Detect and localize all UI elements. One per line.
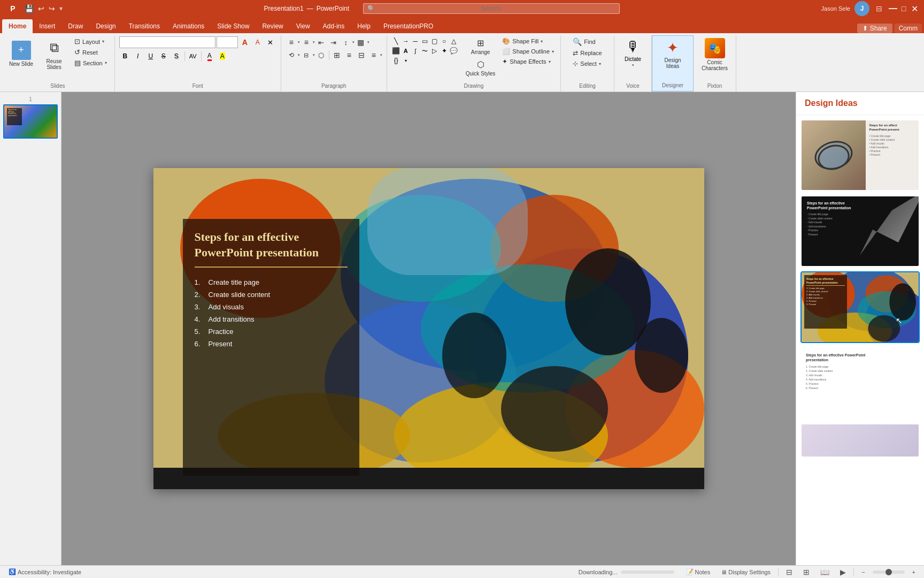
justify-dropdown[interactable]: ▾ [380, 53, 382, 57]
shape-fill-dropdown[interactable]: ▾ [541, 39, 543, 44]
numbering-button[interactable]: ≡ [301, 36, 312, 48]
replace-button[interactable]: ⇄ Replace [571, 48, 604, 58]
char-spacing-button[interactable]: AV [187, 50, 199, 62]
font-color-button[interactable]: A [204, 50, 215, 62]
numbering-dropdown[interactable]: ▾ [313, 40, 315, 44]
redo-icon[interactable]: ↪ [49, 4, 55, 13]
reset-button[interactable]: ↺ Reset [72, 47, 109, 57]
select-dropdown[interactable]: ▾ [599, 62, 601, 66]
shape-more-button[interactable]: ⬛ [391, 46, 401, 56]
customize-qa-icon[interactable]: ▾ [59, 5, 63, 12]
align-text-dropdown[interactable]: ▾ [313, 53, 315, 57]
undo-icon[interactable]: ↩ [38, 4, 44, 13]
columns-button[interactable]: ▦ [355, 36, 367, 48]
tab-insert[interactable]: Insert [33, 19, 61, 33]
design-card-5[interactable] [800, 423, 920, 458]
tab-addins[interactable]: Add-ins [317, 19, 351, 33]
align-text-button[interactable]: ⊟ [301, 49, 312, 61]
tab-draw[interactable]: Draw [61, 19, 89, 33]
normal-view-button[interactable]: ⊟ [783, 567, 796, 577]
shape-rounded-button[interactable]: ▢ [430, 36, 440, 46]
text-direction-dropdown[interactable]: ▾ [298, 53, 300, 57]
dictate-button[interactable]: 🎙 Dictate ▾ [620, 36, 646, 70]
section-button[interactable]: ▤ Section ▾ [72, 58, 109, 68]
reading-view-button[interactable]: 📖 [817, 567, 833, 577]
shape-outline-dropdown[interactable]: ▾ [552, 49, 554, 54]
find-button[interactable]: 🔍 Find [571, 36, 597, 47]
shape-text-button[interactable]: A [401, 46, 411, 56]
shape-triangle-button[interactable]: △ [449, 36, 459, 46]
decrease-indent-button[interactable]: ⇤ [315, 36, 327, 48]
quick-styles-button[interactable]: ⬡ Quick Styles [463, 58, 498, 78]
save-icon[interactable]: 💾 [25, 4, 34, 13]
comments-button[interactable]: Comm [895, 24, 922, 33]
increase-indent-button[interactable]: ⇥ [328, 36, 340, 48]
font-name-input[interactable] [119, 36, 215, 48]
font-size-input[interactable]: 18 [217, 36, 238, 48]
tab-design[interactable]: Design [89, 19, 122, 33]
tab-view[interactable]: View [290, 19, 317, 33]
dictate-dropdown[interactable]: ▾ [632, 63, 634, 67]
tab-slideshow[interactable]: Slide Show [211, 19, 256, 33]
slide-thumbnail-1[interactable]: Steps for an effective PowerPoint presen… [3, 104, 58, 139]
zoom-slider-handle[interactable] [886, 569, 892, 575]
tab-home[interactable]: Home [2, 19, 33, 33]
share-button[interactable]: ⬆ Share [857, 24, 892, 33]
shape-rect-button[interactable]: ▭ [420, 36, 430, 46]
tab-animations[interactable]: Animations [166, 19, 211, 33]
shape-equal-button[interactable]: {} [391, 56, 401, 65]
font-grow-button[interactable]: A [239, 36, 251, 48]
tab-review[interactable]: Review [256, 19, 289, 33]
smartart-button[interactable]: ⬡ [315, 49, 327, 61]
clear-format-button[interactable]: ✕ [265, 36, 276, 48]
slideshow-button[interactable]: ▶ [837, 567, 849, 577]
avatar[interactable]: J [854, 1, 869, 16]
underline-button[interactable]: U [145, 50, 157, 62]
slide-sorter-button[interactable]: ⊞ [800, 567, 813, 577]
select-button[interactable]: ⊹ Select ▾ [571, 59, 603, 69]
shape-curve-button[interactable]: ∫ [411, 46, 420, 56]
font-shrink-button[interactable]: A [252, 36, 264, 48]
align-center-button[interactable]: ≡ [343, 49, 355, 61]
line-spacing-dropdown[interactable]: ▾ [352, 40, 355, 44]
restore-button[interactable]: □ [899, 4, 908, 13]
zoom-in-button[interactable]: + [909, 568, 919, 576]
shape-oval-button[interactable]: ○ [440, 36, 449, 46]
shape-freeform-button[interactable]: 〜 [420, 46, 430, 56]
justify-button[interactable]: ≡ [368, 49, 380, 61]
zoom-slider[interactable] [873, 571, 905, 574]
shape-line-button[interactable]: ╲ [391, 36, 401, 46]
bullets-dropdown[interactable]: ▾ [298, 40, 300, 44]
tab-help[interactable]: Help [351, 19, 377, 33]
shape-star-button[interactable]: ✦ [440, 46, 449, 56]
bold-button[interactable]: B [119, 50, 131, 62]
close-button[interactable]: ✕ [910, 4, 919, 13]
shape-chevron-button[interactable]: ▷ [430, 46, 440, 56]
shape-line2-button[interactable]: ─ [411, 36, 420, 46]
new-slide-button[interactable]: + New Slide [6, 36, 36, 71]
design-ideas-button[interactable]: ✦ Design Ideas [657, 37, 689, 71]
layout-button[interactable]: ⊡ Layout ▾ [72, 36, 109, 47]
align-right-button[interactable]: ⊟ [356, 49, 367, 61]
tab-transitions[interactable]: Transitions [122, 19, 166, 33]
design-card-4[interactable]: Steps for an effective PowerPoint presen… [800, 347, 920, 419]
ribbon-display-icon[interactable]: ⊟ [876, 4, 882, 13]
columns-dropdown[interactable]: ▾ [367, 40, 369, 44]
design-card-1[interactable]: Steps for an effect PowerPoint present •… [800, 119, 920, 191]
align-left-button[interactable]: ⊞ [331, 49, 343, 61]
shape-outline-button[interactable]: ⬜ Shape Outline ▾ [500, 47, 556, 56]
italic-button[interactable]: I [132, 50, 144, 62]
shape-arrow-button[interactable]: → [401, 36, 411, 46]
comic-characters-button[interactable]: 🎭 Comic Characters [699, 36, 731, 73]
notes-button[interactable]: 📝 Notes [683, 568, 714, 576]
highlight-button[interactable]: A [217, 50, 228, 62]
line-spacing-button[interactable]: ↕ [340, 36, 352, 48]
bullets-button[interactable]: ≡ [286, 36, 297, 48]
arrange-button[interactable]: ⊞ Arrange [463, 36, 498, 57]
strikethrough-button[interactable]: S [158, 50, 170, 62]
shape-effects-button[interactable]: ✦ Shape Effects ▾ [500, 57, 556, 66]
design-card-3[interactable]: Steps for an effective PowerPoint presen… [800, 271, 920, 343]
minimize-button[interactable]: — [889, 4, 897, 13]
text-direction-button[interactable]: ⟲ [286, 49, 297, 61]
shape-fill-button[interactable]: 🎨 Shape Fill ▾ [500, 36, 556, 46]
